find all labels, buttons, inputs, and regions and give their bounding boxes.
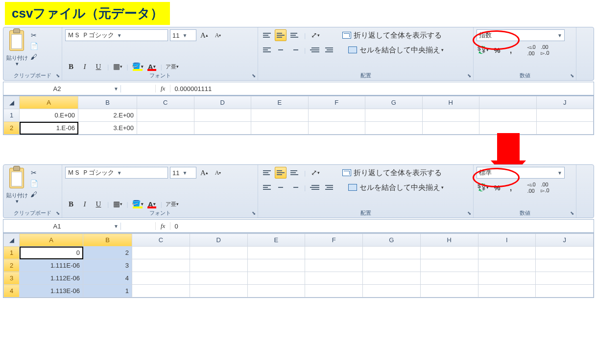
wrap-text-button[interactable]: 折り返して全体を表示する (340, 167, 444, 179)
col-header[interactable]: E (251, 96, 309, 109)
select-all-button[interactable]: ◢ (4, 96, 20, 109)
percent-button[interactable]: % (491, 182, 503, 193)
align-center-button[interactable] (275, 44, 287, 56)
font-color-button[interactable]: A▾ (146, 61, 158, 72)
phonetic-button[interactable]: ア亜▾ (165, 198, 179, 210)
cell[interactable]: 2 (83, 247, 132, 259)
row-header[interactable]: 2 (4, 259, 20, 272)
align-bottom-button[interactable] (288, 29, 300, 41)
paste-icon[interactable] (6, 30, 28, 55)
increase-decimal-button[interactable]: ◅.0.00 (525, 44, 537, 56)
font-color-button[interactable]: A▾ (146, 198, 158, 210)
cell[interactable]: 1.112E-06 (20, 272, 83, 285)
align-left-button[interactable] (261, 44, 273, 56)
increase-indent-button[interactable] (323, 182, 335, 193)
dialog-launcher-icon[interactable]: ⬊ (56, 210, 60, 216)
cell[interactable]: 1 (83, 285, 132, 297)
col-header[interactable]: H (422, 96, 479, 109)
font-name-combo[interactable]: ＭＳ Ｐゴシック▼ (65, 29, 168, 41)
decrease-indent-button[interactable] (310, 44, 321, 56)
phonetic-button[interactable]: ア亜▾ (165, 61, 179, 72)
col-header[interactable]: F (305, 234, 363, 247)
merge-center-button[interactable]: セルを結合して中央揃え▾ (346, 182, 446, 193)
dialog-launcher-icon[interactable]: ⬊ (252, 210, 256, 216)
cell[interactable]: 0.E+00 (20, 109, 78, 122)
format-painter-icon[interactable]: 🖌 (29, 189, 39, 199)
cut-icon[interactable]: ✂ (29, 168, 39, 178)
italic-button[interactable]: I (79, 61, 91, 72)
cell[interactable]: 3.E+00 (78, 122, 137, 135)
col-header[interactable]: B (83, 234, 132, 247)
merge-center-button[interactable]: セルを結合して中央揃え▾ (346, 44, 446, 56)
cell[interactable]: 1.113E-06 (20, 285, 83, 297)
align-right-button[interactable] (288, 182, 300, 193)
align-left-button[interactable] (261, 182, 273, 193)
align-center-button[interactable] (275, 182, 287, 193)
paste-button[interactable]: 貼り付け▾ (6, 192, 28, 204)
font-name-combo[interactable]: ＭＳ Ｐゴシック▼ (65, 167, 168, 179)
dialog-launcher-icon[interactable]: ⬊ (467, 210, 471, 216)
col-header[interactable]: C (132, 234, 190, 247)
decrease-font-icon[interactable]: A▾ (212, 29, 224, 41)
copy-icon[interactable]: 📄 (29, 179, 39, 188)
col-header[interactable]: G (363, 234, 421, 247)
number-format-combo[interactable]: 指数▼ (477, 29, 565, 41)
copy-icon[interactable]: 📄 (29, 41, 39, 51)
col-header[interactable]: I (478, 234, 536, 247)
font-size-combo[interactable]: 11▼ (170, 29, 196, 41)
dialog-launcher-icon[interactable]: ⬊ (252, 73, 256, 78)
col-header[interactable]: G (365, 96, 423, 109)
bold-button[interactable]: B (65, 198, 77, 210)
formula-input[interactable]: 0 (170, 223, 594, 230)
border-button[interactable]: ▦▾ (112, 61, 123, 72)
col-header[interactable]: D (194, 96, 251, 109)
underline-button[interactable]: U (93, 61, 104, 72)
paste-icon[interactable] (6, 168, 28, 192)
align-right-button[interactable] (288, 44, 300, 56)
accounting-format-button[interactable]: 💱▾ (477, 182, 489, 193)
dialog-launcher-icon[interactable]: ⬊ (467, 73, 471, 78)
decrease-font-icon[interactable]: A▾ (212, 167, 224, 179)
col-header[interactable]: B (78, 96, 137, 109)
align-middle-button[interactable] (275, 167, 287, 179)
select-all-button[interactable]: ◢ (4, 234, 20, 247)
col-header[interactable]: D (190, 234, 247, 247)
paste-button[interactable]: 貼り付け▾ (6, 55, 28, 67)
grid-bottom[interactable]: ◢ A B C D E F G H I J 1 0 2 2 1.111E-06 … (3, 233, 594, 298)
underline-button[interactable]: U (93, 198, 104, 210)
wrap-text-button[interactable]: 折り返して全体を表示する (340, 29, 444, 41)
increase-decimal-button[interactable]: ◅.0.00 (525, 182, 537, 193)
row-header[interactable]: 1 (4, 109, 20, 122)
orientation-button[interactable]: ⤢▾ (310, 167, 321, 179)
fx-button[interactable]: fx (155, 85, 170, 92)
align-bottom-button[interactable] (288, 167, 300, 179)
col-header[interactable]: E (247, 234, 305, 247)
grid-top[interactable]: ◢ A B C D E F G H J 1 0.E+00 2.E+00 2 1.… (3, 95, 594, 135)
increase-font-icon[interactable]: A▴ (198, 167, 210, 179)
col-header[interactable]: J (536, 234, 594, 247)
increase-indent-button[interactable] (323, 44, 335, 56)
align-top-button[interactable] (261, 167, 273, 179)
percent-button[interactable]: % (491, 44, 503, 56)
cell[interactable]: 3 (83, 259, 132, 272)
accounting-format-button[interactable]: 💱▾ (477, 44, 489, 56)
format-painter-icon[interactable]: 🖌 (29, 52, 39, 62)
row-header[interactable]: 1 (4, 247, 20, 259)
row-header[interactable]: 4 (4, 285, 20, 297)
name-box[interactable]: A2▼ (3, 85, 121, 92)
col-header[interactable] (479, 96, 537, 109)
col-header[interactable]: F (308, 96, 365, 109)
col-header[interactable]: A (20, 96, 78, 109)
italic-button[interactable]: I (79, 198, 91, 210)
col-header[interactable]: C (137, 96, 194, 109)
decrease-indent-button[interactable] (310, 182, 321, 193)
font-size-combo[interactable]: 11▼ (170, 167, 196, 179)
formula-input[interactable]: 0.000001111 (170, 85, 594, 92)
row-header[interactable]: 3 (4, 272, 20, 285)
cell[interactable]: 1.111E-06 (20, 259, 83, 272)
row-header[interactable]: 2 (4, 122, 20, 135)
fill-color-button[interactable]: 🪣▾ (131, 198, 144, 210)
cell-active[interactable]: 1.E-06 (20, 122, 78, 135)
decrease-decimal-button[interactable]: .00▻.0 (539, 44, 551, 56)
cell-active[interactable]: 0 (20, 247, 83, 259)
